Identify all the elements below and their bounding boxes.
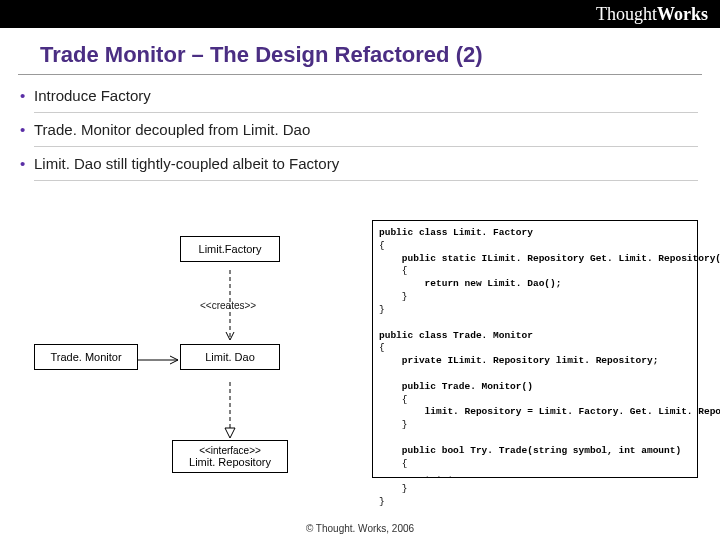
brand-suffix: Works <box>657 4 708 25</box>
uml-stereotype: <<interface>> <box>179 445 281 456</box>
bullet-list: Introduce Factory Trade. Monitor decoupl… <box>0 75 720 187</box>
uml-class-monitor: Trade. Monitor <box>34 344 138 370</box>
uml-interface-repository: <<interface>> Limit. Repository <box>172 440 288 473</box>
bullet-item: Trade. Monitor decoupled from Limit. Dao <box>34 113 698 147</box>
brand-bar: ThoughtWorks <box>0 0 720 28</box>
bullet-item: Introduce Factory <box>34 79 698 113</box>
diagram-area: Limit.Factory <<creates>> Trade. Monitor… <box>20 220 700 500</box>
uml-label: Limit. Repository <box>179 456 281 468</box>
footer-copyright: © Thought. Works, 2006 <box>0 523 720 534</box>
code-sample: public class Limit. Factory { public sta… <box>372 220 698 478</box>
brand-prefix: Thought <box>596 4 657 25</box>
uml-label: Trade. Monitor <box>50 351 121 363</box>
uml-creates-label: <<creates>> <box>200 300 256 311</box>
slide-title: Trade Monitor – The Design Refactored (2… <box>18 28 702 75</box>
bullet-item: Limit. Dao still tightly-coupled albeit … <box>34 147 698 181</box>
uml-class-factory: Limit.Factory <box>180 236 280 262</box>
uml-class-dao: Limit. Dao <box>180 344 280 370</box>
uml-label: Limit. Dao <box>205 351 255 363</box>
uml-label: Limit.Factory <box>199 243 262 255</box>
